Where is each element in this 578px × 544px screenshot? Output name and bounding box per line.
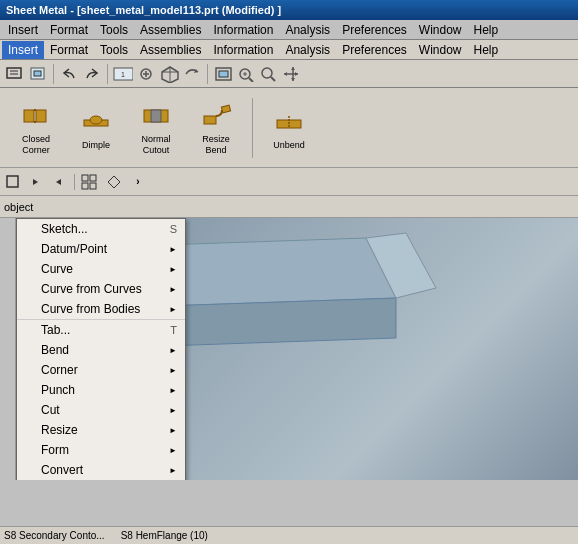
dimple-btn[interactable]: Dimple xyxy=(68,94,124,162)
svg-rect-30 xyxy=(221,105,230,113)
left-sidebar xyxy=(0,218,16,480)
svg-text:1: 1 xyxy=(121,71,125,78)
menu-sketch[interactable]: Sketch... S xyxy=(17,219,185,239)
toolbar-sep-1 xyxy=(252,98,253,158)
svg-rect-34 xyxy=(82,175,88,181)
tb-zoom-out[interactable] xyxy=(258,63,280,85)
menu-punch[interactable]: Punch ► xyxy=(17,380,185,400)
menu-insert[interactable]: Insert xyxy=(2,41,44,59)
svg-line-20 xyxy=(271,77,275,81)
menu-analysis-top[interactable]: Analysis xyxy=(279,21,336,39)
menu-form[interactable]: Form ► xyxy=(17,440,185,460)
menu-curve[interactable]: Curve ► xyxy=(17,259,185,279)
menu-cut[interactable]: Cut ► xyxy=(17,400,185,420)
menu-curve-from-curves[interactable]: Curve from Curves ► xyxy=(17,279,185,299)
resize-bend-label: Resize Bend xyxy=(191,134,241,156)
menu-analysis[interactable]: Analysis xyxy=(279,41,336,59)
insert-dropdown: Sketch... S Datum/Point ► Curve ► Curve … xyxy=(16,218,186,480)
menu-format-top[interactable]: Format xyxy=(44,21,94,39)
bottom-bar: S8 Secondary Conto... S8 HemFlange (10) xyxy=(0,526,578,544)
svg-rect-29 xyxy=(204,116,216,124)
tb-btn-2[interactable] xyxy=(27,63,49,85)
svg-marker-38 xyxy=(108,176,120,188)
closed-corner-label: Closed Corner xyxy=(11,134,61,156)
menu-tools[interactable]: Tools xyxy=(94,41,134,59)
menu-preferences[interactable]: Preferences xyxy=(336,41,413,59)
normal-cutout-btn[interactable]: Normal Cutout xyxy=(128,94,184,162)
tb-redo[interactable] xyxy=(81,63,103,85)
tb-undo[interactable] xyxy=(58,63,80,85)
menu-window-top[interactable]: Window xyxy=(413,21,468,39)
menu-corner[interactable]: Corner ► xyxy=(17,360,185,380)
main-toolbar: Closed Corner Dimple Normal Cutout Resiz… xyxy=(0,88,578,168)
main-viewport: Sketch... S Datum/Point ► Curve ► Curve … xyxy=(16,218,578,480)
unbend-label: Unbend xyxy=(273,140,305,150)
svg-rect-37 xyxy=(90,183,96,189)
bottom-item-2: S8 HemFlange (10) xyxy=(121,530,208,541)
svg-rect-35 xyxy=(90,175,96,181)
resize-bend-btn[interactable]: Resize Bend xyxy=(188,94,244,162)
sec-btn-diamond[interactable] xyxy=(103,171,125,193)
normal-cutout-label: Normal Cutout xyxy=(131,134,181,156)
menu-preferences-top[interactable]: Preferences xyxy=(336,21,413,39)
menu-insert-top[interactable]: Insert xyxy=(2,21,44,39)
tb-rotate[interactable] xyxy=(181,63,203,85)
tb-edit[interactable] xyxy=(135,63,157,85)
menu-assemblies-top[interactable]: Assemblies xyxy=(134,21,207,39)
menu-assemblies[interactable]: Assemblies xyxy=(134,41,207,59)
menu-tools-top[interactable]: Tools xyxy=(94,21,134,39)
menu-resize[interactable]: Resize ► xyxy=(17,420,185,440)
tb-btn-1[interactable] xyxy=(4,63,26,85)
svg-rect-33 xyxy=(7,176,18,187)
title-text: Sheet Metal - [sheet_metal_model113.prt … xyxy=(6,4,281,16)
svg-rect-0 xyxy=(7,68,21,78)
menu-window[interactable]: Window xyxy=(413,41,468,59)
tb-zoom-in[interactable] xyxy=(235,63,257,85)
tb-3d[interactable] xyxy=(158,63,180,85)
svg-rect-21 xyxy=(24,110,34,122)
sec-btn-arrow-left[interactable] xyxy=(24,171,46,193)
menu-convert[interactable]: Convert ► xyxy=(17,460,185,480)
svg-line-16 xyxy=(249,78,253,82)
svg-point-26 xyxy=(90,116,102,124)
svg-rect-14 xyxy=(219,71,228,77)
sec-btn-grid[interactable] xyxy=(79,171,101,193)
menu-information-top[interactable]: Information xyxy=(207,21,279,39)
svg-rect-36 xyxy=(82,183,88,189)
sec-btn-more[interactable]: › xyxy=(127,171,149,193)
menu-datum-point[interactable]: Datum/Point ► xyxy=(17,239,185,259)
tb-view[interactable]: 1 xyxy=(112,63,134,85)
menu-help[interactable]: Help xyxy=(468,41,505,59)
dimple-label: Dimple xyxy=(82,140,110,150)
menu-tab[interactable]: Tab... T xyxy=(17,319,185,340)
tb-fit[interactable] xyxy=(212,63,234,85)
top-menu-bar: Insert Format Tools Assemblies Informati… xyxy=(0,20,578,40)
object-bar: object xyxy=(0,196,578,218)
object-label: object xyxy=(4,201,33,213)
title-bar: Sheet Metal - [sheet_metal_model113.prt … xyxy=(0,0,578,20)
menu-help-top[interactable]: Help xyxy=(468,21,505,39)
sec-btn-arrow-right[interactable] xyxy=(48,171,70,193)
menu-bend[interactable]: Bend ► xyxy=(17,340,185,360)
menu-information[interactable]: Information xyxy=(207,41,279,59)
svg-rect-22 xyxy=(36,110,46,122)
svg-point-19 xyxy=(262,68,272,78)
sec-btn-1[interactable] xyxy=(4,173,22,191)
unbend-btn[interactable]: Unbend xyxy=(261,94,317,162)
secondary-toolbar: › xyxy=(0,168,578,196)
svg-rect-28 xyxy=(151,110,161,122)
icon-toolbar-row1: 1 xyxy=(0,60,578,88)
menu-format[interactable]: Format xyxy=(44,41,94,59)
menu-curve-from-bodies[interactable]: Curve from Bodies ► xyxy=(17,299,185,319)
svg-rect-4 xyxy=(34,71,41,76)
bottom-item-1: S8 Secondary Conto... xyxy=(4,530,105,541)
active-menu-bar: Insert Format Tools Assemblies Informati… xyxy=(0,40,578,60)
closed-corner-btn[interactable]: Closed Corner xyxy=(8,94,64,162)
tb-pan[interactable] xyxy=(281,63,303,85)
